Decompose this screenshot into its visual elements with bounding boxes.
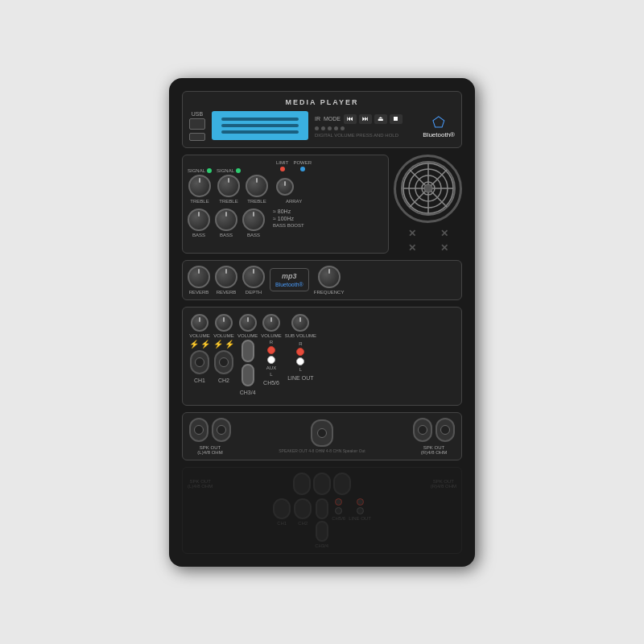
reflection-section: SPK OUT(L)4/8 OHM SPK OUT(R)4/8 OHM CH1 … (182, 467, 462, 554)
media-player-section: MEDIA PLAYER USB IR MODE ⏮ (182, 91, 462, 148)
rca-white-in[interactable] (267, 356, 275, 364)
ch56-volume-knob[interactable] (262, 314, 280, 332)
spk-right-label: SPK OUT (R)4/8 OHM (421, 445, 447, 455)
phantom-icon-1: ⚡ (189, 340, 199, 349)
ch3-treble-group: TREBLE (246, 175, 268, 204)
spk-left-group: SPK OUT (L)4/8 OHM (189, 418, 231, 455)
ch2-xlr-inner (219, 357, 229, 367)
mp3-badge: mp3 Bluetooth® (270, 268, 309, 291)
ch3-treble-label: TREBLE (247, 199, 266, 204)
aux-label: AUX (266, 365, 276, 370)
indicator-dots (315, 126, 416, 130)
sub-volume-knob[interactable] (291, 314, 309, 332)
lineout-l-label: L (299, 367, 302, 372)
bluetooth-section: ⬠ Bluetooth® (423, 114, 455, 138)
reflection-jacks-center (293, 473, 351, 495)
spk-right-xlr-2[interactable] (436, 418, 455, 442)
ch1-bass-knob[interactable] (188, 208, 210, 231)
ch2-label: CH2 (218, 378, 229, 383)
ch2-phantom-icons: ⚡ ⚡ (213, 340, 234, 349)
ch56-block: VOLUME R AUX L CH5/6 (261, 314, 281, 386)
depth-knob[interactable] (242, 266, 265, 288)
ch1-volume-knob[interactable] (191, 314, 208, 332)
array-knob[interactable] (276, 178, 294, 196)
ch3-volume-label: VOLUME (237, 333, 258, 338)
x-mark-tr: ✕ (440, 228, 448, 239)
center-xlr[interactable] (311, 419, 333, 447)
limit-led (280, 167, 285, 171)
reverb2-knob[interactable] (215, 266, 237, 288)
spk-left-xlr-2[interactable] (212, 418, 231, 442)
fan-grill-svg (400, 160, 456, 217)
mp3-bluetooth: Bluetooth® (275, 282, 303, 287)
next-button[interactable]: ⏭ (359, 114, 372, 124)
ch1-treble-knob[interactable] (188, 175, 211, 197)
dot-2 (321, 126, 325, 130)
ch2-volume-knob[interactable] (215, 314, 233, 332)
ch1-label: CH1 (194, 378, 205, 383)
limit-label: LIMIT (276, 160, 288, 165)
rca-red-in[interactable] (267, 346, 275, 354)
reverb1-label: REVERB (189, 290, 209, 295)
sub-volume-label: SUB VOLUME (285, 333, 316, 338)
frequency-knob[interactable] (318, 266, 341, 288)
ch3-label: CH3/4 (240, 390, 256, 395)
volume-row: VOLUME ⚡ ⚡ CH1 VOLUME ⚡ ⚡ (189, 314, 455, 395)
reverb1-knob[interactable] (188, 266, 210, 288)
x-mark-br: ✕ (440, 242, 448, 254)
ch1-xlr[interactable] (190, 350, 209, 374)
ch3-treble-knob[interactable] (246, 175, 268, 197)
reverb-row: REVERB REVERB DEPTH mp3 Bluetooth® FREQU… (182, 260, 462, 300)
ch3-bass-knob[interactable] (242, 208, 265, 231)
rca-l-label: L (270, 372, 272, 377)
ch3-volume-knob[interactable] (239, 314, 257, 332)
ch2-volume-label: VOLUME (213, 333, 233, 338)
mp3-text: mp3 (282, 272, 297, 280)
center-speaker-info: SPEAKER OUT 4-8 OHM 4-8 CHN Speaker Out (279, 419, 365, 453)
depth-group: DEPTH (242, 266, 265, 295)
lcd-display (212, 111, 308, 140)
lineout-rca-red[interactable] (296, 348, 304, 356)
ch2-block: VOLUME ⚡ ⚡ CH2 (213, 314, 234, 383)
x-mark-tl: ✕ (408, 228, 416, 239)
usb-label: USB (192, 111, 203, 117)
limit-indicator: LIMIT (276, 160, 288, 171)
reverb2-group: REVERB (215, 266, 237, 295)
spk-left-xlr-1[interactable] (189, 418, 208, 442)
bass-boost-label: BASS BOOST (273, 223, 304, 228)
stop-button[interactable]: ⏹ (390, 114, 402, 124)
ch2-xlr[interactable] (214, 350, 233, 374)
fan (394, 155, 462, 223)
volume-section: VOLUME ⚡ ⚡ CH1 VOLUME ⚡ ⚡ (182, 307, 462, 406)
sd-slot[interactable] (189, 133, 205, 141)
ch3-jack-2[interactable] (242, 364, 254, 386)
lineout-rca-white[interactable] (296, 357, 304, 365)
mode-label: MODE (324, 116, 341, 122)
reflection-spk-left: SPK OUT(L)4/8 OHM (188, 479, 213, 489)
spk-right-xlr-1[interactable] (413, 418, 432, 442)
freq-100hz: ≈ 100Hz (273, 216, 294, 221)
spk-out-section: SPK OUT (L)4/8 OHM SPEAKER OUT 4-8 OHM 4… (182, 412, 462, 460)
usb-port[interactable] (189, 118, 205, 130)
reflection-channels: CH1 CH2 CH3/4 CH5/6 (188, 498, 456, 548)
ch2-bass-knob[interactable] (215, 208, 237, 231)
dot-3 (328, 126, 332, 130)
rca-r-label: R (270, 340, 273, 345)
ch2-bass-label: BASS (220, 233, 233, 237)
ch1-treble-label: TREBLE (190, 199, 208, 204)
x-mark-bl: ✕ (408, 242, 416, 254)
lineout-block: SUB VOLUME R L LINE OUT (285, 314, 316, 381)
dot-5 (341, 126, 345, 130)
ch3-jack-1[interactable] (242, 340, 254, 362)
prev-button[interactable]: ⏮ (344, 114, 357, 124)
spk-right-group: SPK OUT (R)4/8 OHM (413, 418, 455, 455)
phantom-icon-3: ⚡ (213, 340, 223, 349)
ch2-treble-knob[interactable] (217, 175, 240, 197)
lineout-r-label: R (299, 341, 302, 346)
ch56-volume-label: VOLUME (261, 333, 281, 338)
phantom-icon-2: ⚡ (200, 340, 210, 349)
eject-button[interactable]: ⏏ (374, 114, 387, 124)
device-panel: MEDIA PLAYER USB IR MODE ⏮ (169, 78, 475, 567)
spk-left-xlr-1-inner (194, 425, 204, 435)
lcd-bar-2 (221, 124, 299, 127)
